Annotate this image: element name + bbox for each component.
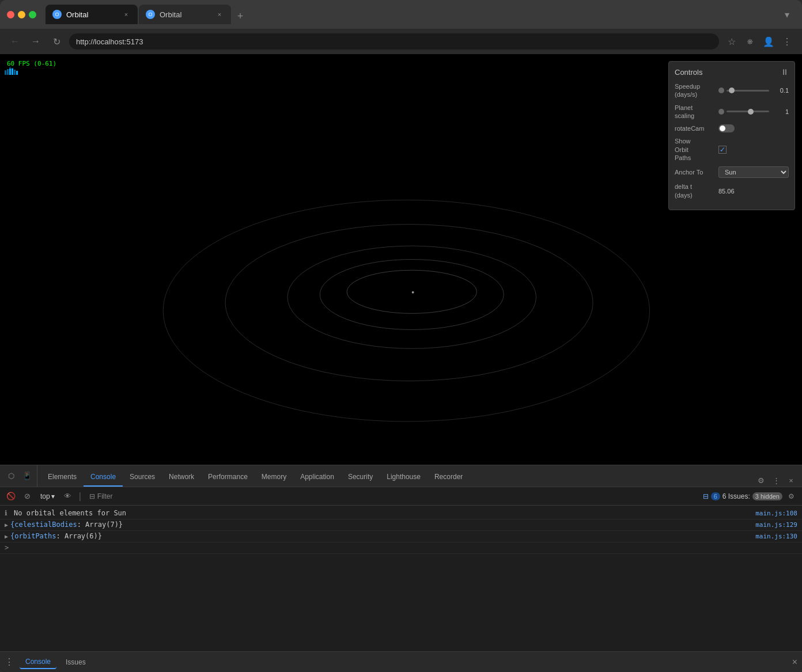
console-context-selector[interactable]: top ▾ bbox=[37, 491, 58, 502]
devtools-bottom-dots[interactable]: ⋮ bbox=[5, 656, 14, 667]
maximize-button[interactable] bbox=[29, 11, 36, 18]
issues-hidden-badge: 3 hidden bbox=[752, 492, 782, 500]
rotatecam-row: rotateCam bbox=[675, 124, 789, 132]
forward-button[interactable]: → bbox=[28, 33, 44, 50]
address-bar[interactable]: http://localhost:5173 bbox=[69, 33, 719, 50]
devtools-close-button[interactable]: × bbox=[785, 474, 797, 487]
address-text: http://localhost:5173 bbox=[76, 37, 143, 46]
bookmark-button[interactable]: ☆ bbox=[724, 33, 740, 50]
console-line-1-link[interactable]: main.js:129 bbox=[755, 521, 797, 529]
speedup-slider-area: 0.1 bbox=[718, 87, 789, 94]
back-button[interactable]: ← bbox=[7, 33, 23, 50]
anchor-to-select[interactable]: Sun bbox=[718, 166, 789, 178]
tab-recorder[interactable]: Recorder bbox=[428, 468, 470, 487]
bottom-tab-issues[interactable]: Issues bbox=[60, 656, 92, 669]
show-orbit-row: Show Orbit Paths ✓ bbox=[675, 137, 789, 162]
tab-1-close[interactable]: × bbox=[122, 10, 131, 19]
console-eye-button[interactable]: 👁 bbox=[62, 490, 74, 503]
devtools-panel: ⬡ 📱 Elements Console Sources Network Per… bbox=[0, 465, 802, 672]
console-clear-button[interactable]: 🚫 bbox=[5, 490, 17, 503]
tab-dropdown-button[interactable]: ▾ bbox=[779, 6, 795, 22]
new-tab-button[interactable]: + bbox=[232, 8, 248, 24]
planet-scaling-row: Planet scaling 1 bbox=[675, 104, 789, 120]
tab-network[interactable]: Network bbox=[162, 468, 201, 487]
planet-scaling-slider[interactable] bbox=[727, 111, 769, 112]
account-button[interactable]: 👤 bbox=[761, 33, 777, 50]
orbit-3 bbox=[287, 246, 536, 348]
console-line-1-expand[interactable]: ▶ bbox=[5, 522, 8, 528]
filter-label: Filter bbox=[97, 492, 113, 500]
console-line-1: ▶ {celestialBodies: Array(7)} main.js:12… bbox=[0, 519, 802, 531]
anchor-to-row: Anchor To Sun bbox=[675, 166, 789, 178]
title-bar: O Orbital × O Orbital × + ▾ bbox=[0, 0, 802, 29]
minimize-button[interactable] bbox=[18, 11, 25, 18]
devtools-more-button[interactable]: ⋮ bbox=[770, 474, 782, 487]
tab-memory[interactable]: Memory bbox=[255, 468, 293, 487]
content-area: 60 FPS (0-61) bbox=[0, 54, 802, 672]
rotatecam-label: rotateCam bbox=[675, 124, 715, 132]
speedup-label: Speedup (days/s) bbox=[675, 82, 715, 99]
delta-t-value: 85.06 bbox=[718, 188, 735, 195]
tab-2-title: Orbital bbox=[160, 10, 181, 19]
planet-scaling-value: 1 bbox=[771, 108, 789, 115]
anchor-to-label: Anchor To bbox=[675, 168, 715, 176]
console-line-0-icon: ℹ bbox=[5, 509, 14, 517]
tab-2[interactable]: O Orbital × bbox=[139, 5, 231, 24]
tab-1-favicon: O bbox=[52, 10, 62, 19]
devtools-tabs: ⬡ 📱 Elements Console Sources Network Per… bbox=[0, 465, 802, 487]
rotatecam-toggle[interactable] bbox=[718, 124, 735, 132]
tab-2-close[interactable]: × bbox=[215, 10, 224, 19]
speedup-slider[interactable] bbox=[727, 90, 769, 92]
menu-button[interactable]: ⋮ bbox=[779, 33, 795, 50]
devtools-inspect-button[interactable]: ⬡ bbox=[5, 470, 17, 483]
console-filter-toggle[interactable]: ⊘ bbox=[21, 490, 33, 503]
traffic-lights bbox=[7, 11, 36, 18]
tab-lighthouse[interactable]: Lighthouse bbox=[380, 468, 428, 487]
devtools-button[interactable]: ⎈ bbox=[742, 33, 758, 50]
bottom-tab-console[interactable]: Console bbox=[20, 655, 56, 669]
tabs-area: O Orbital × O Orbital × + bbox=[46, 5, 774, 24]
show-orbit-label: Show Orbit Paths bbox=[675, 137, 715, 162]
console-issues-badge: ⊟ 6 6 Issues: 3 hidden ⚙ bbox=[703, 490, 797, 503]
tab-performance[interactable]: Performance bbox=[201, 468, 255, 487]
refresh-button[interactable]: ↻ bbox=[48, 33, 65, 50]
console-line-2-expand[interactable]: ▶ bbox=[5, 533, 8, 540]
show-orbit-checkbox[interactable]: ✓ bbox=[718, 146, 727, 154]
tab-console[interactable]: Console bbox=[84, 468, 123, 487]
controls-header: Controls ⏸ bbox=[675, 67, 789, 77]
fps-counter: 60 FPS (0-61) bbox=[5, 59, 59, 69]
console-line-2-text: {orbitPaths: Array(6)} bbox=[10, 532, 755, 540]
close-button[interactable] bbox=[7, 11, 14, 18]
console-filter-button[interactable]: ⊟ Filter bbox=[86, 491, 116, 502]
devtools-bottom-close[interactable]: × bbox=[792, 657, 797, 667]
issues-label: 6 Issues: bbox=[722, 492, 750, 500]
issues-count-badge: 6 bbox=[711, 492, 720, 500]
tab-sources[interactable]: Sources bbox=[123, 468, 162, 487]
console-toolbar: 🚫 ⊘ top ▾ 👁 | ⊟ Filter ⊟ 6 6 Issues: 3 h… bbox=[0, 487, 802, 506]
speedup-thumb bbox=[729, 88, 735, 93]
tab-elements[interactable]: Elements bbox=[41, 468, 84, 487]
tab-2-favicon: O bbox=[146, 10, 155, 19]
console-line-1-text: {celestialBodies: Array(7)} bbox=[10, 521, 755, 529]
planet-scaling-slider-area: 1 bbox=[718, 108, 789, 115]
tab-1[interactable]: O Orbital × bbox=[46, 5, 138, 24]
devtools-settings-button[interactable]: ⚙ bbox=[755, 474, 767, 487]
delta-t-label: delta t (days) bbox=[675, 183, 715, 199]
console-issues-settings[interactable]: ⚙ bbox=[785, 490, 797, 503]
delta-t-row: delta t (days) 85.06 bbox=[675, 183, 789, 199]
console-output: ℹ No orbital elements for Sun main.js:10… bbox=[0, 506, 802, 651]
devtools-device-button[interactable]: 📱 bbox=[21, 470, 33, 483]
speedup-dot bbox=[718, 88, 724, 93]
speedup-row: Speedup (days/s) 0.1 bbox=[675, 82, 789, 99]
console-line-0-text: No orbital elements for Sun bbox=[14, 509, 755, 517]
tab-security[interactable]: Security bbox=[341, 468, 380, 487]
console-line-2: ▶ {orbitPaths: Array(6)} main.js:130 bbox=[0, 531, 802, 542]
console-line-2-link[interactable]: main.js:130 bbox=[755, 533, 797, 540]
tab-application[interactable]: Application bbox=[293, 468, 341, 487]
devtools-toolbar-left: ⬡ 📱 bbox=[5, 465, 37, 487]
controls-pause-button[interactable]: ⏸ bbox=[781, 67, 789, 77]
console-line-0-link[interactable]: main.js:108 bbox=[755, 510, 797, 517]
console-prompt-line[interactable]: > bbox=[0, 542, 802, 554]
orbit-5 bbox=[163, 200, 649, 422]
issues-icon: ⊟ bbox=[703, 492, 709, 500]
